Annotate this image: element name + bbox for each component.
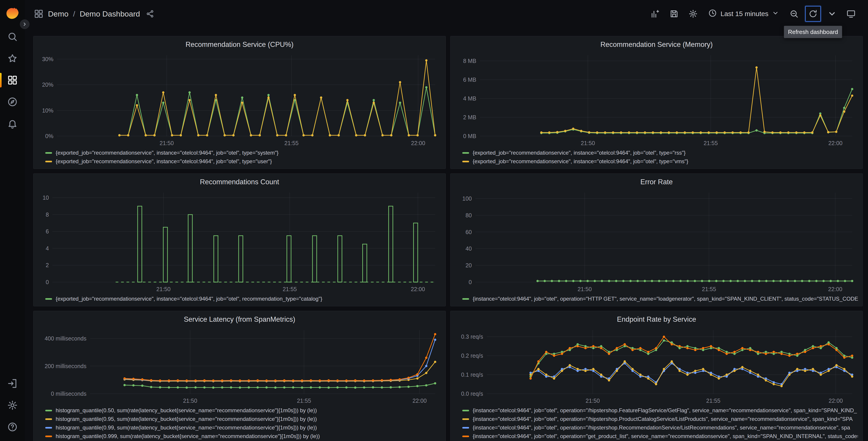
grafana-dashboard: { "colors": { "green": "#73bf69", "yello… bbox=[0, 0, 868, 441]
chart-endpoint-rate[interactable]: 0.0 req/s0.1 req/s0.2 req/s0.3 req/s21:5… bbox=[455, 326, 858, 406]
chart-canvas: 024681021:5021:5522:00 bbox=[38, 188, 441, 294]
legend-item[interactable]: {exported_job="recommendationservice", i… bbox=[45, 150, 441, 156]
y-axis-labels: 020406080100 bbox=[462, 195, 472, 285]
legend-label: histogram_quantile(0.50, sum(rate(latenc… bbox=[56, 407, 317, 414]
x-axis-labels: 21:5021:5522:00 bbox=[183, 398, 427, 404]
panel-title[interactable]: Service Latency (from SpanMetrics) bbox=[38, 314, 441, 326]
svg-text:2: 2 bbox=[46, 262, 49, 268]
share-icon[interactable] bbox=[146, 10, 154, 18]
panel-title[interactable]: Endpoint Rate by Service bbox=[455, 314, 858, 326]
breadcrumb-section[interactable]: Demo bbox=[48, 9, 68, 18]
breadcrumb-page[interactable]: Demo Dashboard bbox=[80, 9, 140, 18]
legend-color-marker bbox=[462, 436, 469, 437]
alerting-bell-icon[interactable] bbox=[0, 113, 25, 135]
legend-label: {exported_job="recommendationservice", i… bbox=[56, 296, 322, 302]
svg-text:21:55: 21:55 bbox=[283, 286, 297, 292]
legend-item[interactable]: {exported_job="recommendationservice", i… bbox=[462, 158, 858, 165]
sidebar-expand-button[interactable] bbox=[20, 20, 29, 29]
top-header: Demo / Demo Dashboard Last 15 minutes bbox=[25, 0, 868, 28]
chart-cpu[interactable]: 0%10%20%30%21:5021:5522:00 bbox=[38, 51, 441, 148]
series-0 bbox=[124, 382, 436, 389]
legend-label: {exported_job="recommendationservice", i… bbox=[473, 150, 686, 156]
series-0 bbox=[529, 362, 853, 385]
legend-item[interactable]: {instance="otelcol:9464", job="otel", op… bbox=[462, 296, 858, 302]
legend-item[interactable]: histogram_quantile(0.999, sum(rate(laten… bbox=[45, 433, 441, 439]
legend-item[interactable]: {instance="otelcol:9464", job="otel", op… bbox=[462, 424, 858, 431]
help-icon[interactable] bbox=[0, 416, 25, 438]
legend-label: {instance="otelcol:9464", job="otel", op… bbox=[473, 433, 858, 439]
legend-cpu: {exported_job="recommendationservice", i… bbox=[38, 148, 441, 165]
svg-text:21:50: 21:50 bbox=[183, 398, 197, 404]
legend-item[interactable]: {instance="otelcol:9464", job="otel", op… bbox=[462, 433, 858, 439]
legend-item[interactable]: histogram_quantile(0.50, sum(rate(latenc… bbox=[45, 407, 441, 414]
breadcrumb-separator: / bbox=[73, 9, 75, 18]
x-axis-labels: 21:5021:5522:00 bbox=[578, 286, 842, 292]
legend-color-marker bbox=[45, 427, 52, 429]
refresh-interval-chevron-icon[interactable] bbox=[824, 6, 840, 22]
legend-color-marker bbox=[45, 436, 52, 437]
grid-lines bbox=[487, 330, 852, 394]
sidebar-nav bbox=[0, 26, 25, 135]
y-axis-labels: 0 MB2 MB4 MB6 MB8 MB bbox=[463, 58, 476, 139]
chart-canvas: 0.0 req/s0.1 req/s0.2 req/s0.3 req/s21:5… bbox=[455, 326, 858, 406]
svg-text:0 milliseconds: 0 milliseconds bbox=[51, 390, 87, 397]
chart-service-latency[interactable]: 0 milliseconds200 milliseconds400 millis… bbox=[38, 326, 441, 406]
legend-memory: {exported_job="recommendationservice", i… bbox=[455, 148, 858, 165]
dashboard-settings-icon[interactable] bbox=[685, 6, 701, 22]
panel-title[interactable]: Recommendation Service (CPU%) bbox=[38, 39, 441, 51]
series-3 bbox=[124, 333, 436, 382]
legend-color-marker bbox=[462, 427, 469, 429]
chart-recommendations-count[interactable]: 024681021:5021:5522:00 bbox=[38, 188, 441, 294]
sign-in-icon[interactable] bbox=[0, 373, 25, 394]
add-panel-icon[interactable] bbox=[647, 6, 663, 22]
zoom-out-icon[interactable] bbox=[786, 6, 802, 22]
svg-text:20: 20 bbox=[465, 262, 472, 268]
legend-label: {exported_job="recommendationservice", i… bbox=[56, 150, 279, 156]
legend-color-marker bbox=[462, 161, 469, 162]
svg-text:200 milliseconds: 200 milliseconds bbox=[44, 363, 87, 369]
legend-color-marker bbox=[462, 418, 469, 420]
chart-memory[interactable]: 0 MB2 MB4 MB6 MB8 MB21:5021:5522:00 bbox=[455, 51, 858, 148]
svg-text:10%: 10% bbox=[42, 107, 53, 114]
legend-item[interactable]: histogram_quantile(0.99, sum(rate(latenc… bbox=[45, 424, 441, 431]
legend-item[interactable]: {exported_job="recommendationservice", i… bbox=[45, 158, 441, 165]
panel-recommendations-count: Recommendations Count 024681021:5021:552… bbox=[33, 173, 446, 306]
legend-item[interactable]: {exported_job="recommendationservice", i… bbox=[462, 150, 858, 156]
svg-text:30%: 30% bbox=[42, 56, 53, 62]
panel-title[interactable]: Error Rate bbox=[455, 176, 858, 188]
series-1 bbox=[540, 66, 853, 134]
explore-icon[interactable] bbox=[0, 91, 25, 113]
chart-error-rate[interactable]: 02040608010021:5021:5522:00 bbox=[455, 188, 858, 294]
legend-label: histogram_quantile(0.99, sum(rate(latenc… bbox=[56, 424, 317, 431]
svg-text:4 MB: 4 MB bbox=[463, 95, 476, 101]
legend-label: {instance="otelcol:9464", job="otel", op… bbox=[473, 424, 850, 431]
svg-text:0.1 req/s: 0.1 req/s bbox=[461, 372, 483, 378]
legend-label: {exported_job="recommendationservice", i… bbox=[473, 158, 688, 165]
cycle-view-icon[interactable] bbox=[843, 6, 859, 22]
svg-text:0.3 req/s: 0.3 req/s bbox=[461, 333, 483, 340]
panel-endpoint-rate: Endpoint Rate by Service 0.0 req/s0.1 re… bbox=[450, 311, 863, 441]
dashboards-icon[interactable] bbox=[0, 69, 25, 91]
panel-service-latency: Service Latency (from SpanMetrics) 0 mil… bbox=[33, 311, 446, 441]
save-dashboard-icon[interactable] bbox=[666, 6, 682, 22]
clock-icon bbox=[708, 9, 717, 19]
time-range-label: Last 15 minutes bbox=[720, 10, 769, 18]
refresh-icon[interactable] bbox=[805, 6, 821, 22]
legend-item[interactable]: {instance="otelcol:9464", job="otel", op… bbox=[462, 416, 858, 422]
legend-error-rate: {instance="otelcol:9464", job="otel", op… bbox=[455, 294, 858, 302]
search-icon[interactable] bbox=[0, 26, 25, 48]
grafana-logo-icon[interactable] bbox=[5, 6, 20, 21]
starred-icon[interactable] bbox=[0, 48, 25, 69]
legend-item[interactable]: histogram_quantile(0.95, sum(rate(latenc… bbox=[45, 416, 441, 422]
refresh-group: Refresh dashboard bbox=[805, 6, 821, 22]
legend-item[interactable]: {instance="otelcol:9464", job="otel", op… bbox=[462, 407, 858, 414]
svg-text:0%: 0% bbox=[45, 133, 53, 139]
panel-title[interactable]: Recommendation Service (Memory) bbox=[455, 39, 858, 51]
legend-label: {instance="otelcol:9464", job="otel", op… bbox=[473, 296, 858, 302]
legend-item[interactable]: {exported_job="recommendationservice", i… bbox=[45, 296, 441, 302]
time-range-picker[interactable]: Last 15 minutes bbox=[704, 6, 783, 22]
svg-text:22:00: 22:00 bbox=[829, 398, 843, 404]
panel-title[interactable]: Recommendations Count bbox=[38, 176, 441, 188]
series-0 bbox=[536, 280, 853, 282]
settings-gear-icon[interactable] bbox=[0, 394, 25, 416]
